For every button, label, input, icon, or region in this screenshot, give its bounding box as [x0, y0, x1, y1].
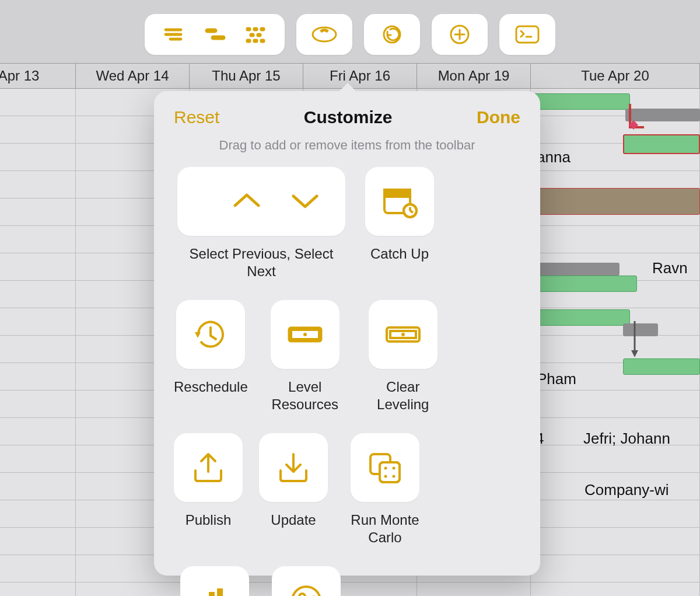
reset-button[interactable]: Reset [174, 107, 219, 127]
item-catch-up[interactable]: Catch Up [365, 167, 434, 263]
visibility-icon [312, 25, 337, 44]
svg-point-51 [292, 587, 320, 596]
item-clear-leveling[interactable]: Clear Leveling [362, 300, 444, 413]
date-col: Thu Apr 15 [190, 64, 303, 88]
svg-point-14 [321, 32, 327, 37]
tasks-icon[interactable] [202, 25, 228, 44]
item-run-monte-carlo[interactable]: Run Monte Carlo [344, 433, 426, 546]
item-label: Select Previous, Select Next [174, 245, 349, 280]
svg-point-43 [393, 467, 396, 470]
date-col: Wed Apr 14 [76, 64, 190, 88]
gantt-bar[interactable] [532, 276, 637, 292]
item-label: Update [271, 511, 316, 529]
item-label: Reschedule [174, 378, 248, 396]
svg-rect-8 [250, 33, 254, 37]
console-icon [514, 25, 540, 44]
svg-rect-48 [217, 588, 223, 596]
svg-rect-5 [246, 27, 251, 31]
svg-rect-6 [253, 27, 258, 31]
assignee-label: Pham [537, 370, 576, 388]
gantt-bar[interactable] [623, 134, 700, 154]
toolbar-undo[interactable] [364, 14, 420, 55]
svg-line-32 [211, 336, 216, 339]
gantt-summary-bar[interactable] [532, 188, 700, 215]
item-update[interactable]: Update [259, 433, 328, 529]
svg-rect-19 [516, 26, 538, 43]
popover-title: Customize [304, 107, 393, 127]
svg-rect-25 [384, 190, 410, 197]
item-label: Catch Up [370, 245, 429, 263]
assignee-label: anna [537, 148, 570, 166]
item-clear-monte-carlo[interactable]: Clear Monte Carlo [174, 566, 256, 596]
toolbar-group-view [145, 14, 285, 55]
gantt-bar[interactable] [532, 263, 620, 276]
item-publish[interactable]: Publish [174, 433, 243, 529]
item-label: Clear Leveling [362, 378, 444, 413]
date-col: e Apr 13 [0, 64, 76, 88]
svg-marker-30 [195, 332, 201, 338]
indent-icon[interactable] [160, 25, 186, 44]
assignee-label: Jefri; Johann [583, 430, 670, 448]
item-level-resources[interactable]: Level Resources [264, 300, 346, 413]
item-split[interactable]: Split [272, 566, 341, 596]
svg-rect-12 [260, 39, 265, 43]
toolbar-console[interactable] [499, 14, 555, 55]
item-label: Level Resources [264, 378, 346, 413]
groups-icon[interactable] [244, 25, 270, 44]
svg-rect-47 [209, 592, 215, 596]
toolbar [0, 14, 700, 55]
svg-rect-7 [260, 27, 265, 31]
date-col: Tue Apr 20 [531, 64, 700, 88]
item-label: Run Monte Carlo [344, 511, 426, 546]
item-label: Publish [186, 511, 232, 529]
date-col: Mon Apr 19 [417, 64, 531, 88]
toolbar-visibility[interactable] [296, 14, 352, 55]
assignee-label: Ravn [652, 259, 688, 277]
assignee-label: Company-wi [584, 481, 669, 499]
add-icon [447, 25, 473, 44]
svg-point-42 [384, 467, 387, 470]
toolbar-add[interactable] [432, 14, 488, 55]
svg-point-44 [384, 475, 387, 478]
popover-hint: Drag to add or remove items from the too… [154, 132, 540, 167]
svg-rect-10 [246, 39, 251, 43]
svg-rect-2 [169, 38, 182, 40]
svg-rect-0 [164, 29, 182, 31]
item-select-prev-next[interactable]: Select Previous, Select Next [174, 167, 349, 280]
gantt-bar[interactable] [623, 358, 700, 375]
date-col: Fri Apr 16 [303, 64, 417, 88]
gantt-bar[interactable] [532, 309, 630, 326]
svg-rect-9 [257, 33, 261, 37]
svg-rect-40 [380, 462, 400, 482]
done-button[interactable]: Done [477, 107, 520, 127]
undo-icon [379, 25, 405, 44]
svg-rect-3 [205, 29, 217, 33]
svg-marker-23 [631, 350, 638, 357]
item-reschedule[interactable]: Reschedule [174, 300, 248, 396]
svg-point-52 [299, 594, 305, 596]
svg-point-38 [401, 333, 405, 336]
svg-rect-1 [164, 33, 182, 36]
svg-rect-11 [253, 39, 258, 43]
svg-line-29 [410, 211, 413, 212]
svg-point-45 [393, 475, 396, 478]
svg-rect-4 [211, 36, 225, 40]
customize-popover: Reset Customize Done Drag to add or remo… [154, 91, 540, 576]
svg-point-35 [303, 333, 307, 336]
